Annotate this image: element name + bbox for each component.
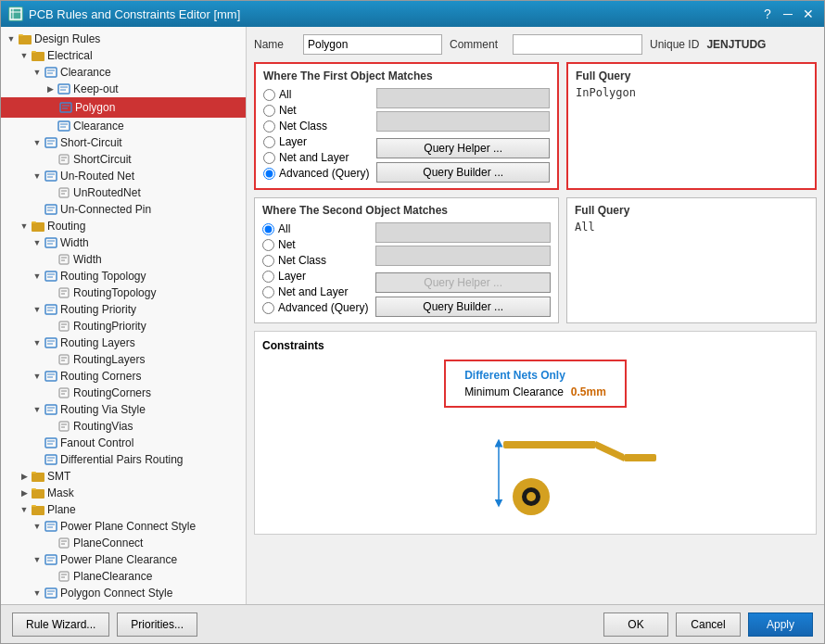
- tree-item[interactable]: RoutingPriority: [1, 318, 246, 335]
- tree-item[interactable]: ▼Routing Priority: [1, 301, 246, 318]
- tree-item[interactable]: Differential Pairs Routing: [1, 451, 246, 468]
- first-select-2[interactable]: [376, 111, 550, 132]
- svg-rect-57: [45, 338, 57, 347]
- first-all-label: All: [279, 88, 291, 101]
- first-netlayer-radio[interactable]: [263, 152, 275, 164]
- tree-item[interactable]: RoutingVias: [1, 418, 246, 435]
- cancel-button[interactable]: Cancel: [676, 612, 741, 637]
- tree-item[interactable]: RoutingLayers: [1, 351, 246, 368]
- second-layer-radio[interactable]: [262, 271, 274, 283]
- tree-item[interactable]: ▼Power Plane Clearance: [1, 551, 246, 568]
- tree-item[interactable]: Clearance: [1, 118, 246, 134]
- first-netclass-row: Net Class: [263, 120, 369, 133]
- second-net-radio[interactable]: [262, 239, 274, 251]
- apply-button[interactable]: Apply: [748, 612, 813, 637]
- svg-rect-75: [45, 438, 57, 448]
- tree-item[interactable]: ▼Short-Circuit: [1, 134, 246, 151]
- second-advanced-radio[interactable]: [262, 302, 274, 314]
- tree-item[interactable]: ▼Polygon Connect Style: [1, 585, 246, 601]
- second-object-box: Where The Second Object Matches All Net: [254, 197, 559, 323]
- second-object-left: Where The Second Object Matches All Net: [254, 197, 559, 323]
- first-all-radio[interactable]: [263, 89, 275, 101]
- tree-item[interactable]: PlaneConnect: [1, 535, 246, 551]
- svg-rect-90: [45, 522, 57, 531]
- constraints-title: Constraints: [262, 339, 808, 352]
- first-layer-row: Layer: [263, 135, 369, 148]
- rule-wizard-button[interactable]: Rule Wizard...: [12, 612, 109, 637]
- name-input[interactable]: [303, 34, 442, 55]
- diagram-nets-label: Different Nets Only: [464, 369, 606, 382]
- second-select-1[interactable]: [375, 222, 551, 243]
- ok-button[interactable]: OK: [603, 612, 668, 637]
- tree-item[interactable]: ▼Clearance: [1, 64, 246, 81]
- tree-item[interactable]: PlaneClearance: [1, 568, 246, 585]
- first-object-radios: All Net Net Class: [263, 88, 369, 183]
- first-advanced-label: Advanced (Query): [279, 167, 369, 180]
- first-query-builder-btn[interactable]: Query Builder ...: [376, 162, 550, 183]
- svg-rect-60: [59, 355, 69, 364]
- tree-item[interactable]: ShortCircuit: [1, 151, 246, 168]
- tree-item[interactable]: ▼Routing Via Style: [1, 401, 246, 418]
- close-button[interactable]: ✕: [800, 6, 817, 22]
- first-netclass-radio[interactable]: [263, 120, 275, 133]
- second-netclass-label: Net Class: [278, 254, 326, 267]
- second-layer-label: Layer: [278, 270, 306, 283]
- first-net-radio[interactable]: [263, 105, 275, 117]
- second-query-builder-btn[interactable]: Query Builder ...: [375, 297, 551, 317]
- first-advanced-radio[interactable]: [263, 168, 275, 180]
- tree-container: ▼Design Rules▼Electrical▼Clearance▶Keep-…: [1, 27, 246, 604]
- tree-item[interactable]: Width: [1, 251, 246, 268]
- first-query-helper-btn[interactable]: Query Helper ...: [376, 138, 550, 158]
- svg-rect-38: [32, 221, 36, 223]
- tree-item[interactable]: ▼Plane: [1, 501, 246, 518]
- svg-rect-54: [59, 322, 69, 331]
- tree-item[interactable]: UnRoutedNet: [1, 184, 246, 201]
- title-bar: PCB Rules and Constraints Editor [mm] ? …: [1, 1, 824, 27]
- first-layer-radio[interactable]: [263, 136, 275, 148]
- tree-item[interactable]: ▼Un-Routed Net: [1, 168, 246, 184]
- tree-item[interactable]: ▼Electrical: [1, 47, 246, 64]
- first-net-row: Net: [263, 104, 369, 117]
- tree-item[interactable]: ▼Routing Topology: [1, 268, 246, 284]
- second-net-row: Net: [262, 238, 368, 251]
- tree-item[interactable]: ▼Routing: [1, 218, 246, 234]
- priorities-button[interactable]: Priorities...: [117, 612, 197, 637]
- tree-item[interactable]: Fanout Control: [1, 435, 246, 451]
- first-object-title: Where The First Object Matches: [263, 69, 550, 82]
- uid-label: Unique ID: [650, 38, 699, 51]
- tree-item[interactable]: ▼Design Rules: [1, 31, 246, 47]
- clearance-svg: [397, 415, 675, 526]
- tree-item[interactable]: ▼Width: [1, 234, 246, 251]
- tree-item[interactable]: ▶Mask: [1, 485, 246, 501]
- tree-item[interactable]: ▶Keep-out: [1, 81, 246, 97]
- tree-item[interactable]: RoutingCorners: [1, 385, 246, 401]
- left-panel: ▼Design Rules▼Electrical▼Clearance▶Keep-…: [1, 27, 247, 604]
- tree-item[interactable]: RoutingTopology: [1, 284, 246, 301]
- second-netlayer-label: Net and Layer: [278, 285, 348, 298]
- first-layer-label: Layer: [279, 135, 307, 148]
- comment-input[interactable]: [513, 34, 642, 55]
- svg-rect-86: [32, 488, 36, 490]
- tree-item[interactable]: ▼Routing Corners: [1, 368, 246, 385]
- second-query-helper-btn[interactable]: Query Helper ...: [375, 272, 551, 293]
- svg-rect-5: [19, 34, 23, 36]
- help-button[interactable]: ?: [759, 6, 776, 22]
- first-select-1[interactable]: [376, 88, 550, 108]
- minimize-button[interactable]: ─: [780, 6, 796, 22]
- second-netlayer-radio[interactable]: [262, 286, 274, 298]
- tree-item[interactable]: Polygon: [1, 97, 246, 118]
- svg-rect-117: [624, 454, 656, 461]
- tree-item[interactable]: ▼Power Plane Connect Style: [1, 518, 246, 535]
- tree-item[interactable]: ▼Routing Layers: [1, 335, 246, 351]
- svg-rect-63: [45, 372, 57, 381]
- second-all-radio[interactable]: [262, 223, 274, 235]
- second-select-2[interactable]: [375, 246, 551, 266]
- tree-item[interactable]: ▶SMT: [1, 468, 246, 485]
- first-query-text: InPolygon: [576, 86, 807, 99]
- first-query-title: Full Query: [576, 69, 807, 82]
- constraint-diagram: Different Nets Only Minimum Clearance 0.…: [262, 360, 808, 526]
- second-netlayer-row: Net and Layer: [262, 285, 368, 298]
- svg-rect-12: [58, 84, 70, 94]
- tree-item[interactable]: Un-Connected Pin: [1, 201, 246, 218]
- second-netclass-radio[interactable]: [262, 255, 274, 267]
